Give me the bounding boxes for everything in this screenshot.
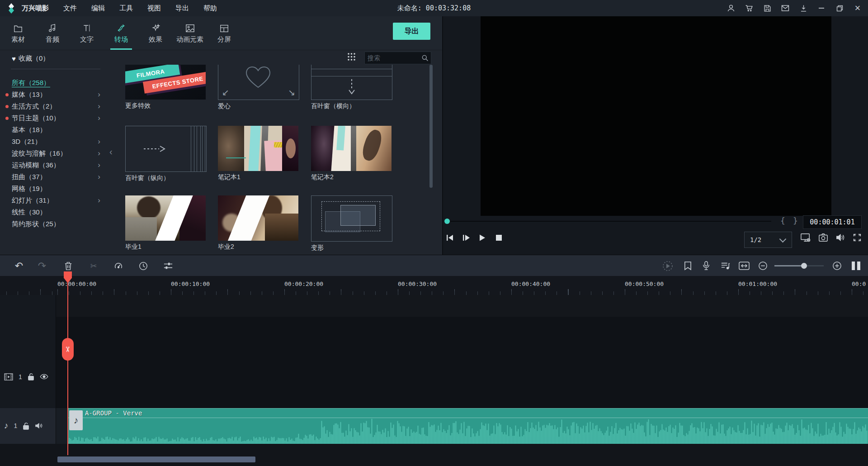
video-track[interactable]: 1 [0, 317, 868, 409]
transition-tile-morph[interactable]: 变形 [311, 195, 392, 252]
category-motion-blur[interactable]: 运动模糊（36）› [0, 159, 116, 171]
timeline-zoom-knob[interactable] [801, 263, 807, 269]
transition-tile-notebook1[interactable]: 笔记本1 [218, 126, 298, 181]
menu-tools[interactable]: 工具 [112, 4, 140, 13]
category-media[interactable]: 媒体（13）› [0, 89, 116, 100]
tab-effects[interactable]: 效果 [138, 16, 173, 50]
playhead-split-button[interactable]: ✂ [62, 338, 74, 361]
transition-tile-heart[interactable]: ↙ ↘ 爱心 [218, 65, 299, 110]
category-3d[interactable]: 3D（21）› [0, 136, 116, 147]
duration-clock-button[interactable] [135, 255, 151, 276]
render-preview-button[interactable] [660, 255, 676, 276]
close-button[interactable]: × [851, 1, 864, 15]
transition-tile-blinds-h[interactable]: 百叶窗（横向） [311, 65, 392, 110]
preview-timecode: 00:00:01:01 [803, 215, 862, 229]
transition-tile-graduation1[interactable]: 毕业1 [125, 195, 206, 251]
category-warp[interactable]: 扭曲（37）› [0, 171, 116, 183]
panel-layout-button[interactable] [852, 262, 860, 270]
seek-bar[interactable] [450, 221, 771, 222]
ruler-label: 00:00:10:00 [171, 281, 210, 287]
adjust-sliders-button[interactable] [160, 255, 176, 276]
play-button[interactable] [477, 233, 487, 243]
library-scrollbar[interactable] [429, 65, 433, 188]
seek-handle[interactable] [444, 219, 450, 224]
mute-speaker-icon[interactable] [35, 422, 43, 429]
category-ripple-dissolve[interactable]: 波纹与溶解（16）› [0, 147, 116, 159]
audio-waveform [68, 418, 868, 444]
search-icon[interactable] [421, 54, 429, 62]
speed-button[interactable] [110, 255, 127, 276]
mark-in-icon[interactable]: { [780, 216, 785, 225]
mail-icon[interactable] [778, 1, 792, 15]
restore-button[interactable] [833, 1, 846, 15]
lock-open-icon[interactable] [28, 373, 34, 380]
transition-tile-store[interactable]: FILMORA EFFECTS STORE 更多特效 [125, 65, 206, 110]
category-slideshow[interactable]: 幻灯片（31）› [0, 195, 116, 206]
tab-media[interactable]: 素材 [1, 16, 35, 50]
download-icon[interactable] [797, 1, 810, 15]
tab-audio[interactable]: 音频 [35, 16, 70, 50]
sidebar-collapse-icon[interactable]: ‹ [109, 147, 113, 157]
playhead-line[interactable] [67, 275, 68, 455]
chevron-right-icon: › [98, 171, 100, 183]
fit-timeline-button[interactable] [736, 255, 752, 276]
category-holiday[interactable]: 节日主题（10）› [0, 112, 116, 124]
transition-tile-blinds-v[interactable]: 百叶窗（纵向） [125, 126, 207, 182]
category-grid[interactable]: 网格（19） [0, 183, 116, 195]
transition-tile-graduation2[interactable]: 毕业2 [218, 195, 298, 251]
audio-track-number: 1 [14, 422, 18, 429]
preview-page-selector[interactable]: 1/2 [744, 232, 792, 248]
undo-button[interactable]: ↶ [11, 255, 27, 276]
favorites-row[interactable]: ♥ 收藏（0） [12, 54, 49, 63]
menu-file[interactable]: 文件 [56, 4, 84, 13]
previous-frame-button[interactable] [445, 233, 455, 243]
heart-icon: ♥ [12, 55, 16, 62]
audio-clip[interactable]: ♪ A-GROUP - Verve [68, 408, 868, 444]
menu-edit[interactable]: 编辑 [84, 4, 112, 13]
tab-label: 素材 [11, 35, 25, 44]
tab-elements[interactable]: 动画元素 [173, 16, 207, 50]
lock-open-icon[interactable] [23, 422, 29, 430]
category-all[interactable]: 所有（258） [0, 77, 116, 89]
tab-label: 音频 [46, 35, 59, 44]
zoom-in-button[interactable] [829, 255, 845, 276]
save-icon[interactable] [760, 1, 774, 15]
split-scissors-button[interactable]: ✂ [85, 255, 102, 276]
category-lifestyle[interactable]: 生活方式（2）› [0, 100, 116, 112]
tab-splitscreen[interactable]: 分屏 [207, 16, 241, 50]
grid-view-icon[interactable] [347, 52, 356, 61]
redo-button[interactable]: ↷ [34, 255, 50, 276]
tab-label: 动画元素 [176, 35, 203, 44]
timeline-ruler[interactable]: 00:00:00:00 00:00:10:00 00:00:20:00 00:0… [0, 276, 868, 295]
category-basic[interactable]: 基本（18） [0, 124, 116, 136]
tab-transitions[interactable]: 转场 [104, 16, 138, 50]
fullscreen-icon[interactable] [853, 233, 862, 242]
snapshot-camera-icon[interactable] [818, 233, 828, 242]
next-frame-button[interactable] [461, 233, 471, 243]
search-input[interactable] [365, 54, 421, 62]
volume-icon[interactable] [835, 233, 845, 242]
tab-text[interactable]: 文字 [70, 16, 104, 50]
zoom-out-button[interactable] [755, 255, 771, 276]
timeline-horizontal-scrollbar[interactable] [57, 456, 255, 462]
preview-video[interactable] [481, 16, 831, 216]
stop-button[interactable] [494, 233, 504, 243]
chevron-right-icon: › [98, 147, 100, 159]
category-simple-shapes[interactable]: 简约形状（25） [0, 218, 116, 230]
minimize-button[interactable] [815, 1, 828, 15]
marker-button[interactable] [679, 255, 696, 276]
record-voiceover-button[interactable] [698, 255, 714, 276]
menu-view[interactable]: 视图 [140, 4, 168, 13]
mark-out-icon[interactable]: } [793, 216, 798, 225]
menu-help[interactable]: 帮助 [196, 4, 224, 13]
menu-export[interactable]: 导出 [168, 4, 196, 13]
display-settings-icon[interactable] [800, 233, 811, 243]
export-button[interactable]: 导出 [393, 23, 430, 40]
category-linear[interactable]: 线性（30） [0, 206, 116, 218]
audio-mixer-button[interactable] [717, 255, 734, 276]
transition-tile-notebook2[interactable]: 笔记本2 [311, 126, 392, 181]
account-icon[interactable] [724, 1, 738, 15]
eye-icon[interactable] [40, 374, 48, 380]
store-cart-icon[interactable] [742, 1, 756, 15]
text-icon [82, 23, 91, 33]
